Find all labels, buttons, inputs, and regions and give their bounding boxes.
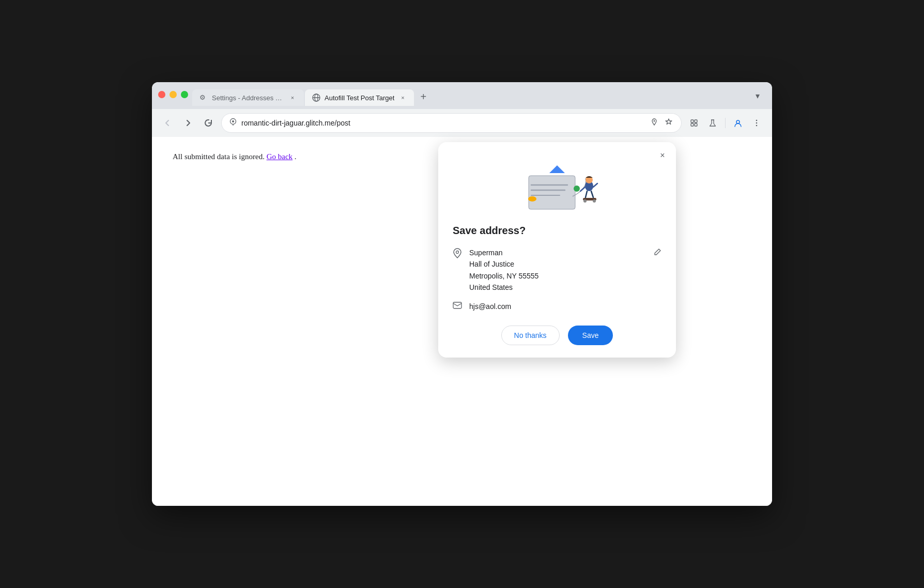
dialog-close-button[interactable]: × xyxy=(655,148,670,163)
page-static-text: All submitted data is ignored. xyxy=(173,152,265,161)
svg-point-28 xyxy=(583,199,587,203)
tab-settings-close[interactable]: × xyxy=(288,94,297,102)
svg-rect-7 xyxy=(691,120,694,122)
svg-marker-20 xyxy=(549,165,565,173)
labs-button[interactable] xyxy=(704,115,721,131)
dialog-header: × xyxy=(438,142,676,225)
minimize-window-button[interactable] xyxy=(170,91,177,98)
globe-icon xyxy=(312,94,320,102)
toolbar-divider xyxy=(725,118,726,128)
back-button[interactable] xyxy=(159,115,176,131)
email-icon xyxy=(453,302,462,311)
tab-settings-label: Settings - Addresses and mo xyxy=(212,94,284,102)
svg-rect-33 xyxy=(453,302,461,308)
address-line1: Hall of Justice xyxy=(469,258,646,270)
gear-icon: ⚙ xyxy=(199,94,208,102)
svg-point-12 xyxy=(736,120,740,123)
svg-line-25 xyxy=(586,191,587,197)
toolbar-icons xyxy=(686,115,765,131)
tab-autofill-label: Autofill Test Post Target xyxy=(325,94,394,102)
email-block: hjs@aol.com xyxy=(453,302,661,311)
traffic-lights xyxy=(158,91,188,98)
title-bar: ⚙ Settings - Addresses and mo × xyxy=(152,82,772,109)
dialog-body: Save address? Superman Hall of Justice M… xyxy=(438,225,676,358)
forward-button[interactable] xyxy=(180,115,196,131)
tab-autofill-close[interactable]: × xyxy=(398,94,407,102)
svg-line-26 xyxy=(591,191,593,197)
svg-rect-8 xyxy=(695,120,697,122)
location-icon xyxy=(229,118,237,128)
refresh-button[interactable] xyxy=(201,115,217,131)
address-name: Superman xyxy=(469,247,646,258)
address-line2: Metropolis, NY 55555 xyxy=(469,270,646,282)
close-window-button[interactable] xyxy=(158,91,165,98)
svg-point-4 xyxy=(232,120,234,122)
extensions-button[interactable] xyxy=(686,115,702,131)
tab-settings[interactable]: ⚙ Settings - Addresses and mo × xyxy=(192,89,304,106)
edit-address-button[interactable] xyxy=(653,248,661,258)
star-icon[interactable] xyxy=(664,117,674,129)
svg-rect-10 xyxy=(695,123,697,126)
svg-point-31 xyxy=(574,185,580,192)
url-text: romantic-dirt-jaguar.glitch.me/post xyxy=(241,119,645,127)
svg-rect-9 xyxy=(691,123,694,126)
svg-point-29 xyxy=(593,199,596,203)
go-back-link[interactable]: Go back xyxy=(267,152,292,161)
profile-button[interactable] xyxy=(730,115,746,131)
browser-window: ⚙ Settings - Addresses and mo × xyxy=(152,82,772,506)
svg-point-6 xyxy=(654,120,655,122)
svg-line-23 xyxy=(580,187,585,191)
address-block: Superman Hall of Justice Metropolis, NY … xyxy=(453,247,661,293)
address-country: United States xyxy=(469,282,646,293)
save-button[interactable]: Save xyxy=(568,326,613,345)
tab-dropdown-button[interactable]: ▾ xyxy=(749,87,766,104)
tabs-row: ⚙ Settings - Addresses and mo × xyxy=(192,88,749,106)
dialog-illustration xyxy=(505,152,609,225)
svg-point-15 xyxy=(756,125,758,127)
svg-point-32 xyxy=(456,251,459,254)
nav-bar: romantic-dirt-jaguar.glitch.me/post xyxy=(152,109,772,137)
svg-rect-16 xyxy=(529,176,575,209)
tab-autofill[interactable]: Autofill Test Post Target × xyxy=(305,89,414,106)
location-pin-icon[interactable] xyxy=(649,117,659,129)
new-tab-button[interactable]: + xyxy=(415,88,432,105)
svg-point-14 xyxy=(756,122,758,124)
content-area: All submitted data is ignored. Go back . xyxy=(152,137,772,506)
address-lines: Superman Hall of Justice Metropolis, NY … xyxy=(469,247,646,293)
dialog-title: Save address? xyxy=(453,225,661,237)
more-button[interactable] xyxy=(748,115,765,131)
svg-point-30 xyxy=(528,196,536,202)
address-pin-icon xyxy=(453,248,462,261)
save-address-dialog: × Save address? Superman Hall of Justice xyxy=(438,142,676,358)
email-text: hjs@aol.com xyxy=(469,302,511,311)
svg-line-24 xyxy=(593,183,597,187)
page-period: . xyxy=(295,152,297,161)
svg-point-13 xyxy=(756,120,758,121)
url-bar[interactable]: romantic-dirt-jaguar.glitch.me/post xyxy=(221,113,682,133)
no-thanks-button[interactable]: No thanks xyxy=(501,326,560,345)
maximize-window-button[interactable] xyxy=(181,91,188,98)
dialog-actions: No thanks Save xyxy=(453,326,661,345)
